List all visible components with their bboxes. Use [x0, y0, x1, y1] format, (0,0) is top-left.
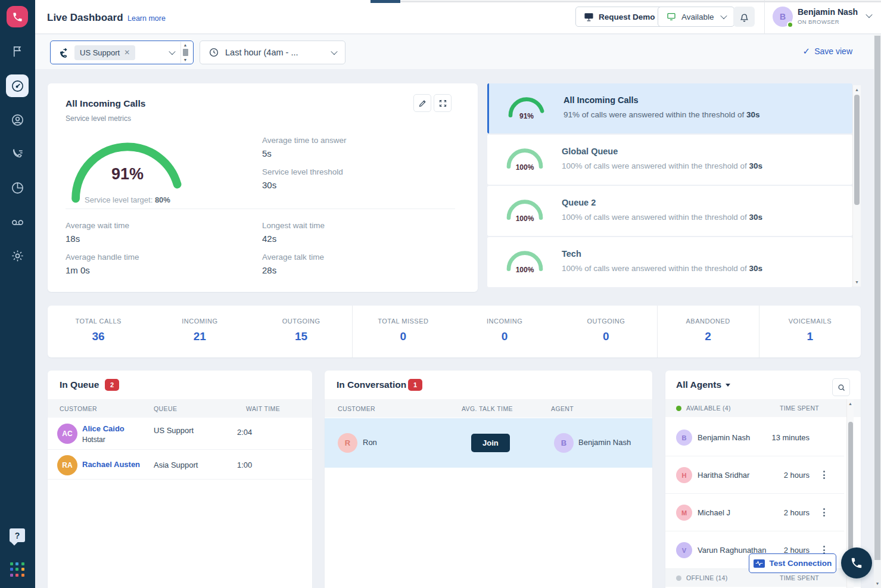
phone-logo-icon — [12, 11, 23, 23]
remove-chip-icon[interactable]: ✕ — [124, 48, 130, 57]
pulse-icon — [754, 559, 765, 568]
queue-gauge: 100% — [505, 249, 544, 274]
queue-list-item[interactable]: 100% Global Queue 100% of calls were ans… — [487, 135, 852, 185]
help-icon[interactable]: ? — [10, 528, 25, 542]
phone-icon — [850, 556, 863, 570]
expand-widget-button[interactable] — [434, 94, 452, 112]
stat-incoming: INCOMING21 — [149, 306, 250, 357]
customer-link[interactable]: Rachael Austen — [82, 460, 140, 469]
in-conversation-panel: In Conversation 1 CUSTOMER AVG. TALK TIM… — [325, 371, 652, 588]
table-header: CUSTOMER AVG. TALK TIME AGENT — [325, 399, 652, 418]
stat-missed-outgoing: OUTGOING0 — [555, 306, 656, 357]
user-status-text: ON BROWSER — [798, 18, 839, 25]
sidebar-item-voicemail[interactable] — [11, 215, 24, 229]
time-range-dropdown[interactable]: Last hour (4am - ... — [200, 41, 345, 64]
queue-desc: 100% of calls were answered within the t… — [562, 264, 762, 273]
filter-spinner-scrollbar[interactable]: ▲▼ — [180, 42, 189, 63]
stat-voicemails: VOICEMAILS1 — [759, 306, 861, 357]
gear-icon — [11, 249, 24, 263]
phone-widget-button[interactable] — [841, 547, 872, 578]
metric-avg-handle-time: Average handle time 1m 0s — [66, 253, 139, 275]
request-demo-button[interactable]: Request Demo — [575, 7, 664, 27]
queue-filter-dropdown[interactable]: US Support ✕ ▲▼ — [50, 41, 194, 64]
queue-cell: Asia Support — [154, 461, 198, 469]
contact-icon — [11, 113, 24, 127]
queue-list-item[interactable]: 100% Queue 2 100% of calls were answered… — [487, 186, 852, 236]
agents-filter-dropdown[interactable]: All Agents — [676, 379, 730, 390]
live-dashboard-page: ? Live Dashboard Learn more Request Demo… — [0, 0, 881, 588]
avatar: R — [338, 433, 357, 453]
queues-scrollbar[interactable]: ▲ ▼ — [852, 85, 861, 287]
agent-row: B Benjamin Nash 13 minutes — [665, 419, 844, 456]
call-stats-card: TOTAL CALLS36 INCOMING21 OUTGOING15 TOTA… — [48, 306, 861, 357]
search-agents-button[interactable] — [832, 378, 850, 396]
queue-desc: 100% of calls were answered within the t… — [562, 213, 762, 222]
queue-name: Tech — [562, 249, 581, 259]
dashboard-icon — [11, 79, 24, 93]
stat-total-missed: TOTAL MISSED0 — [352, 306, 454, 357]
available-section-header: AVAILABLE (4) TIME SPENT — [665, 399, 861, 417]
customer-name: Ron — [363, 438, 377, 447]
sidebar-item-dashboard[interactable] — [6, 74, 29, 97]
check-icon: ✓ — [803, 46, 811, 57]
in-queue-count-badge: 2 — [105, 379, 119, 391]
table-row[interactable]: R Ron Join B Benjamin Nash — [325, 418, 652, 468]
agent-menu-kebab-icon[interactable] — [822, 507, 826, 518]
page-scrollbar[interactable]: ▼ — [874, 34, 881, 588]
notifications-button[interactable] — [733, 7, 755, 27]
user-menu-chevron-icon[interactable] — [866, 11, 872, 18]
sidebar: ? — [0, 0, 35, 588]
queue-desc: 100% of calls were answered within the t… — [562, 161, 762, 170]
apps-grid-icon[interactable] — [10, 562, 25, 577]
chevron-down-icon — [169, 48, 175, 55]
service-level-card: All Incoming Calls Service level metrics… — [48, 83, 478, 292]
card-subtitle: Service level metrics — [66, 114, 131, 123]
customer-link[interactable]: Alice Caido — [82, 424, 124, 433]
agent-menu-kebab-icon[interactable] — [822, 469, 826, 480]
gauge-target: Service level target: 80% — [64, 195, 191, 204]
sidebar-item-reports[interactable] — [11, 181, 24, 195]
availability-dropdown[interactable]: Available — [658, 7, 734, 27]
clock-icon — [208, 47, 219, 58]
panel-title: In Conversation — [337, 379, 406, 390]
call-metrics-icon — [11, 147, 24, 161]
metric-avg-time-to-answer: Average time to answer 5s — [262, 136, 347, 158]
learn-more-link[interactable]: Learn more — [127, 14, 166, 23]
sidebar-item-onboarding[interactable] — [11, 45, 24, 58]
user-status-dot — [787, 21, 793, 28]
edit-widget-button[interactable] — [413, 94, 431, 112]
sidebar-item-settings[interactable] — [11, 249, 24, 263]
queue-list-item[interactable]: 91% All Incoming Calls 91% of calls were… — [487, 83, 852, 133]
queue-cell: US Support — [154, 426, 194, 435]
panel-title: In Queue — [60, 379, 99, 390]
page-title: Live Dashboard — [47, 12, 123, 24]
queue-name: Global Queue — [562, 147, 618, 156]
flag-icon — [11, 45, 24, 58]
metric-avg-wait-time: Average wait time 18s — [66, 221, 129, 244]
queue-filter-chip[interactable]: US Support ✕ — [74, 45, 135, 60]
avatar: M — [676, 505, 692, 521]
app-logo[interactable] — [7, 6, 28, 27]
metric-longest-wait-time: Longest wait time 42s — [262, 221, 325, 244]
chevron-down-icon — [331, 48, 337, 55]
offline-status-dot — [676, 575, 681, 581]
sidebar-item-call-logs[interactable] — [11, 147, 24, 161]
stat-abandoned: ABANDONED2 — [657, 306, 759, 357]
voicemail-icon — [11, 215, 24, 229]
metric-avg-talk-time: Average talk time 28s — [262, 253, 324, 275]
test-connection-button[interactable]: Test Connection — [749, 553, 836, 573]
join-call-button[interactable]: Join — [471, 434, 510, 452]
table-row[interactable]: AC Alice CaidoHotstar US Support 2:04 — [48, 418, 312, 450]
call-queue-icon — [58, 47, 69, 58]
chevron-down-icon — [720, 13, 727, 19]
queue-name: All Incoming Calls — [564, 95, 639, 105]
save-view-button[interactable]: ✓ Save view — [803, 46, 852, 57]
table-row[interactable]: RA Rachael Austen Asia Support 1:00 — [48, 450, 312, 480]
search-icon — [837, 383, 846, 392]
agent-name: Benjamin Nash — [578, 438, 631, 447]
monitor-icon — [666, 12, 677, 21]
sidebar-item-contacts[interactable] — [11, 113, 24, 127]
queue-name: Queue 2 — [562, 198, 596, 207]
customer-company: Hotstar — [82, 435, 124, 444]
queue-list-item[interactable]: 100% Tech 100% of calls were answered wi… — [487, 237, 852, 287]
